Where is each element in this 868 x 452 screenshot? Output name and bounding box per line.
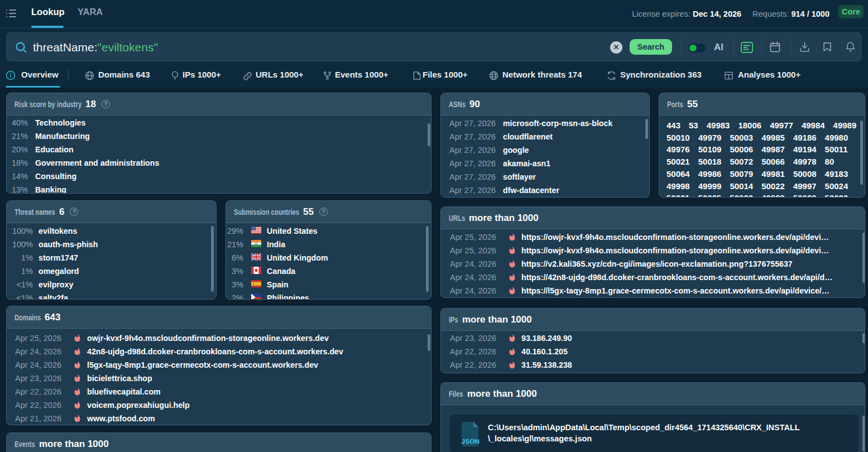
svg-text:JSON: JSON — [462, 437, 480, 445]
